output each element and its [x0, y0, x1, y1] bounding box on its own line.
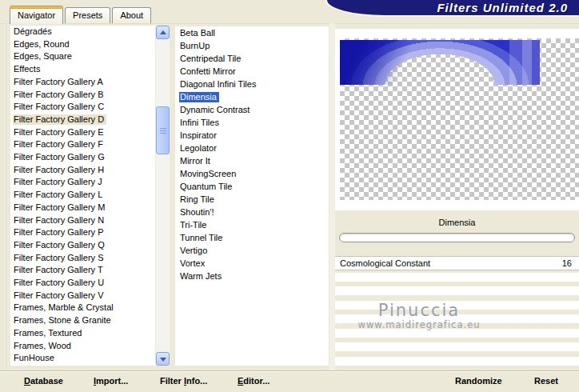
category-list-item[interactable]: Filter Factory Gallery F: [10, 138, 155, 151]
tab-presets[interactable]: Presets: [65, 7, 110, 23]
category-list-item-label: Frames, Textured: [13, 328, 84, 338]
category-list-item[interactable]: Filter Factory Gallery B: [10, 89, 155, 102]
parameter-name: Cosmological Constant: [340, 257, 430, 270]
filter-list-item[interactable]: Confetti Mirror: [175, 65, 329, 78]
footer-bar: Database Import... Filter Info... Editor…: [0, 370, 579, 392]
filter-list-item[interactable]: Mirror It: [175, 154, 329, 167]
category-list-item[interactable]: Filter Factory Gallery S: [10, 252, 155, 265]
filter-list-item[interactable]: Tri-Tile: [175, 218, 329, 231]
filter-list-item[interactable]: MovingScreen: [175, 167, 329, 180]
category-list-item[interactable]: Filter Factory Gallery E: [10, 126, 155, 139]
filter-info-button[interactable]: Filter Info...: [160, 376, 207, 386]
category-list-item[interactable]: Filter Factory Gallery V: [10, 290, 155, 302]
category-list-item-label: Filter Factory Gallery S: [13, 253, 106, 263]
preview-frame: [335, 29, 579, 210]
filter-list-item-label: Confetti Mirror: [179, 66, 238, 77]
filter-list-item-label: Vortex: [179, 258, 207, 269]
category-list-item[interactable]: FunHouse: [10, 352, 155, 365]
category-list-item[interactable]: Frames, Stone & Granite: [10, 314, 155, 327]
filter-list-item-label: Tunnel Tile: [179, 233, 225, 243]
category-list-item[interactable]: Edges, Round: [10, 38, 155, 51]
category-list-item[interactable]: Dégradés: [10, 26, 155, 38]
category-list-item-label: Filter Factory Gallery Q: [13, 240, 107, 250]
filter-list-item-label: Mirror It: [179, 156, 213, 166]
category-list-item-label: Frames, Stone & Granite: [13, 315, 114, 326]
filter-list[interactable]: Beta BallBurnUpCentripedal TileConfetti …: [175, 26, 329, 366]
import-button[interactable]: Import...: [94, 376, 128, 386]
category-list-item[interactable]: Frames, Wood: [10, 340, 155, 353]
category-list-item[interactable]: Filter Factory Gallery J: [10, 176, 155, 189]
category-list-item-label: Dégradés: [13, 26, 54, 37]
category-list-item[interactable]: Edges, Square: [10, 50, 155, 63]
category-list-item[interactable]: Filter Factory Gallery C: [10, 101, 155, 114]
category-list-item-label: Filter Factory Gallery L: [13, 190, 105, 200]
category-list-item-label: FunHouse: [13, 353, 57, 363]
category-list-item[interactable]: Effects: [10, 63, 155, 76]
filter-list-item[interactable]: Vortex: [175, 257, 329, 270]
parameter-row[interactable]: Cosmological Constant 16: [335, 256, 579, 270]
filter-list-item[interactable]: Beta Ball: [175, 26, 329, 39]
selected-filter-name: Dimensia: [335, 218, 579, 227]
scroll-down-button[interactable]: [156, 352, 170, 366]
category-list-item-label: Filter Factory Gallery V: [13, 290, 106, 301]
filter-list-item-label: Beta Ball: [179, 28, 218, 38]
scrollbar-grip-icon: [160, 128, 166, 134]
filter-list-item-label: Inspirator: [179, 130, 219, 141]
filter-list-item-label: Ring Tile: [179, 194, 217, 205]
filter-list-item-label: Tri-Tile: [179, 220, 209, 230]
filter-list-item[interactable]: Legolator: [175, 142, 329, 154]
filter-list-item[interactable]: Inspirator: [175, 129, 329, 142]
watermark-url: www.maidiregrafica.eu: [335, 319, 503, 330]
scroll-up-button[interactable]: [156, 26, 170, 39]
category-list-item[interactable]: Filter Factory Gallery P: [10, 226, 155, 239]
category-list-item-label: Filter Factory Gallery J: [13, 177, 105, 187]
filter-list-item[interactable]: Vertigo: [175, 244, 329, 257]
category-list-item[interactable]: Filter Factory Gallery D: [10, 114, 155, 126]
filter-list-item-label: Infini Tiles: [179, 118, 222, 128]
filter-list-item[interactable]: BurnUp: [175, 39, 329, 52]
category-list-item-label: Filter Factory Gallery E: [13, 127, 106, 138]
category-list-item[interactable]: Filter Factory Gallery M: [10, 202, 155, 214]
category-list-item[interactable]: Filter Factory Gallery L: [10, 189, 155, 202]
category-list-item[interactable]: Filter Factory Gallery H: [10, 164, 155, 177]
filter-list-item[interactable]: Tunnel Tile: [175, 231, 329, 244]
filter-list-item-label: Dynamic Contrast: [179, 105, 252, 115]
randomize-button[interactable]: Randomize: [455, 376, 502, 386]
filter-list-item[interactable]: Ring Tile: [175, 193, 329, 206]
filter-list-item[interactable]: Centripedal Tile: [175, 52, 329, 65]
category-list-item[interactable]: Filter Factory Gallery A: [10, 76, 155, 89]
category-list-item-label: Filter Factory Gallery H: [13, 165, 106, 175]
category-list-item-label: Filter Factory Gallery U: [13, 278, 106, 288]
category-list-item-label: Frames, Wood: [13, 341, 74, 351]
category-list-item[interactable]: Filter Factory Gallery T: [10, 264, 155, 277]
filter-list-item[interactable]: Shoutin'!: [175, 206, 329, 218]
category-list-item[interactable]: Filter Factory Gallery U: [10, 277, 155, 290]
scroll-down-arrow-icon: [160, 358, 166, 362]
category-list-item-label: Filter Factory Gallery C: [13, 102, 106, 112]
parameter-slider-track[interactable]: [339, 233, 575, 242]
filter-list-item[interactable]: Quantum Tile: [175, 180, 329, 193]
watermark-name: Pinuccia: [335, 301, 503, 320]
category-scrollbar[interactable]: [156, 26, 170, 366]
filter-list-item[interactable]: Infini Tiles: [175, 116, 329, 129]
category-list-item-label: Filter Factory Gallery B: [13, 90, 106, 100]
scrollbar-thumb[interactable]: [156, 106, 170, 154]
watermark: Pinuccia www.maidiregrafica.eu: [335, 301, 503, 330]
tab-navigator[interactable]: Navigator: [10, 6, 63, 24]
tab-about[interactable]: About: [112, 7, 151, 23]
category-list-item[interactable]: Filter Factory Gallery Q: [10, 239, 155, 252]
reset-button[interactable]: Reset: [534, 376, 558, 386]
category-list-item[interactable]: Filter Factory Gallery N: [10, 214, 155, 227]
category-list-item-label: Effects: [13, 64, 42, 74]
category-list-item[interactable]: Frames, Marble & Crystal: [10, 302, 155, 314]
filter-list-item[interactable]: Dynamic Contrast: [175, 103, 329, 116]
category-list-item[interactable]: Frames, Textured: [10, 327, 155, 340]
filter-list-item[interactable]: Dimensia: [175, 90, 329, 103]
database-button[interactable]: Database: [24, 376, 63, 386]
filter-list-item[interactable]: Diagonal Infini Tiles: [175, 78, 329, 90]
editor-button[interactable]: Editor...: [238, 376, 270, 386]
category-list-item[interactable]: Filter Factory Gallery G: [10, 151, 155, 164]
filter-list-item-label: MovingScreen: [179, 169, 238, 179]
filter-list-item[interactable]: Warm Jets: [175, 270, 329, 282]
category-list[interactable]: DégradésEdges, RoundEdges, SquareEffects…: [10, 26, 155, 366]
